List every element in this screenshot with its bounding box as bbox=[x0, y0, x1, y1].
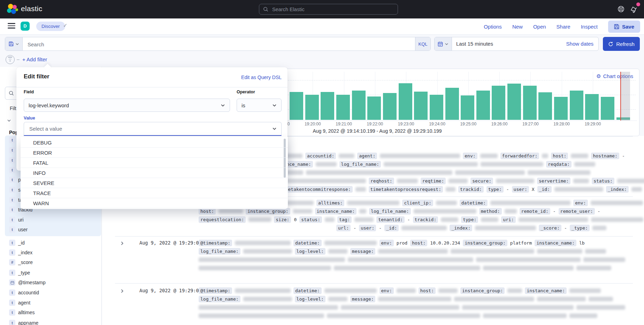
field-type-badge-text: t bbox=[9, 157, 15, 163]
filter-set-menu-icon[interactable] bbox=[6, 55, 15, 64]
histogram-bar[interactable] bbox=[367, 96, 381, 120]
newsfeed-icon[interactable] bbox=[630, 5, 638, 14]
refresh-icon bbox=[608, 41, 613, 47]
histogram-bar[interactable] bbox=[320, 92, 335, 120]
field-type-badge-text: t bbox=[9, 226, 15, 233]
histogram-bar[interactable] bbox=[289, 92, 304, 120]
x-axis-tick-label: 19:23:00 bbox=[396, 122, 416, 126]
field-combobox[interactable]: log-level.keyword bbox=[24, 99, 230, 112]
x-axis-tick-label: 19:25:00 bbox=[458, 122, 479, 126]
saved-query-menu-button[interactable] bbox=[5, 37, 23, 51]
histogram-bar[interactable] bbox=[507, 84, 521, 120]
value-label: Value bbox=[24, 116, 35, 121]
field-label: _index bbox=[18, 250, 32, 255]
space-badge[interactable]: D bbox=[21, 22, 30, 31]
brand-text: elastic bbox=[21, 5, 43, 13]
add-filter-button[interactable]: + Add filter bbox=[22, 56, 47, 62]
global-search-input[interactable] bbox=[271, 6, 394, 13]
show-dates-button[interactable]: Show dates bbox=[566, 37, 593, 51]
histogram-bar[interactable] bbox=[414, 92, 428, 120]
field-item-uri[interactable]: turi bbox=[9, 216, 24, 223]
field-label: Field bbox=[24, 90, 34, 94]
elastic-logo-icon[interactable] bbox=[7, 4, 18, 15]
histogram-bar[interactable] bbox=[336, 95, 350, 120]
field-item-_index[interactable]: t_index bbox=[9, 249, 32, 256]
nav-action-options[interactable]: Options bbox=[484, 24, 502, 30]
current-time-shaded-zone bbox=[621, 72, 630, 121]
field-item-user[interactable]: tuser bbox=[9, 226, 28, 233]
option-warn[interactable]: WARN bbox=[21, 198, 288, 208]
gear-icon: ⚙ bbox=[596, 73, 601, 79]
menu-icon[interactable] bbox=[8, 23, 15, 29]
histogram-bar[interactable] bbox=[585, 94, 599, 120]
histogram-bar[interactable] bbox=[398, 83, 413, 120]
histogram-bar[interactable] bbox=[523, 86, 537, 120]
global-search[interactable] bbox=[259, 4, 398, 15]
operator-label: Operator bbox=[237, 90, 255, 94]
option-info[interactable]: INFO bbox=[21, 168, 288, 178]
edit-as-query-dsl-link[interactable]: Edit as Query DSL bbox=[241, 75, 282, 80]
field-label: _score bbox=[18, 260, 33, 265]
field-type-badge-text: t bbox=[9, 309, 15, 316]
chevron-down-icon bbox=[15, 42, 19, 46]
field-label: @timestamp bbox=[18, 280, 46, 285]
histogram-bar[interactable] bbox=[538, 92, 552, 120]
nav-action-share[interactable]: Share bbox=[557, 24, 570, 30]
field-item-appname[interactable]: tappname bbox=[9, 319, 38, 325]
date-quick-menu-button[interactable] bbox=[435, 37, 452, 51]
histogram-bar[interactable] bbox=[383, 93, 397, 120]
histogram-bar[interactable] bbox=[600, 97, 615, 120]
histogram-bar[interactable] bbox=[445, 88, 459, 120]
option-debug[interactable]: DEBUG bbox=[21, 138, 288, 148]
field-item-_type[interactable]: t_type bbox=[9, 269, 30, 276]
histogram-bar[interactable] bbox=[491, 86, 506, 120]
chevron-down-icon bbox=[272, 103, 277, 108]
filter-by-type-label[interactable]: Filt bbox=[10, 106, 16, 111]
field-type-badge-text: t bbox=[9, 240, 15, 246]
field-type-badge-text: t bbox=[9, 177, 15, 183]
breadcrumb-discover[interactable]: Discover bbox=[36, 22, 65, 31]
field-item-alltimes[interactable]: talltimes bbox=[9, 309, 34, 316]
histogram-bar[interactable] bbox=[305, 95, 319, 120]
field-type-badge-text: t bbox=[9, 289, 15, 296]
option-error[interactable]: ERROR bbox=[21, 148, 288, 158]
nav-action-open[interactable]: Open bbox=[533, 24, 546, 30]
field-item-accountid[interactable]: taccountid bbox=[9, 289, 39, 296]
operator-combobox[interactable]: is bbox=[237, 99, 282, 112]
popover-title: Edit filter bbox=[24, 73, 49, 80]
help-icon[interactable] bbox=[617, 5, 625, 13]
nav-action-new[interactable]: New bbox=[512, 24, 523, 30]
field-item-_score[interactable]: #_score bbox=[9, 259, 33, 266]
save-button[interactable]: Save bbox=[608, 21, 640, 33]
kql-language-button[interactable]: KQL bbox=[415, 37, 430, 51]
field-item-st[interactable]: tst bbox=[9, 186, 22, 193]
nav-action-inspect[interactable]: Inspect bbox=[581, 24, 598, 30]
time-range-value[interactable]: Last 15 minutes bbox=[456, 37, 493, 51]
option-fatal[interactable]: FATAL bbox=[21, 158, 288, 168]
histogram-bar[interactable] bbox=[352, 91, 366, 120]
refresh-button[interactable]: Refresh bbox=[603, 37, 640, 51]
field-item-agent[interactable]: tagent bbox=[9, 299, 30, 306]
chevron-down-icon[interactable] bbox=[7, 118, 11, 123]
field-label: _type bbox=[18, 270, 30, 276]
field-label: _id bbox=[18, 240, 25, 246]
value-combobox[interactable] bbox=[24, 122, 282, 136]
option-trace[interactable]: TRACE bbox=[21, 188, 288, 198]
option-severe[interactable]: SEVERE bbox=[21, 178, 288, 188]
query-bar: KQL bbox=[5, 37, 431, 51]
filter-dash: – bbox=[17, 56, 20, 62]
histogram-bar[interactable] bbox=[476, 91, 490, 120]
histogram-bar[interactable] bbox=[569, 91, 584, 120]
field-item-_id[interactable]: t_id bbox=[9, 239, 25, 246]
histogram-bar[interactable] bbox=[429, 95, 444, 120]
field-type-badge-text: t bbox=[9, 137, 15, 143]
search-icon bbox=[9, 91, 14, 96]
expand-row-button[interactable] bbox=[120, 241, 125, 246]
query-search-input[interactable] bbox=[27, 37, 405, 51]
expand-row-button[interactable] bbox=[120, 289, 125, 294]
global-header: elastic bbox=[0, 0, 644, 18]
histogram-bar[interactable] bbox=[554, 97, 568, 120]
value-input[interactable] bbox=[29, 125, 272, 132]
histogram-bar[interactable] bbox=[460, 95, 475, 120]
field-item-@timestamp[interactable]: @timestamp bbox=[9, 279, 46, 286]
